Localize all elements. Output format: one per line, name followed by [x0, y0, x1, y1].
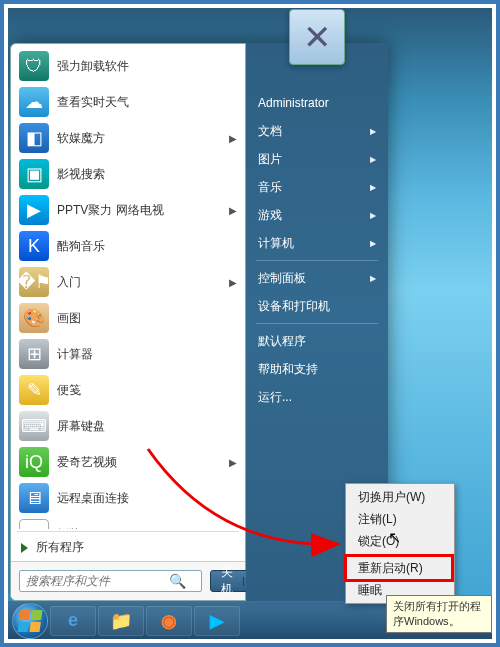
user-name-link[interactable]: Administrator	[246, 89, 388, 117]
program-item-11[interactable]: iQ 爱奇艺视频 ▶	[13, 444, 243, 480]
chevron-right-icon: ▶	[370, 211, 376, 220]
program-icon: ♠	[19, 519, 49, 529]
chevron-right-icon: ▶	[229, 205, 237, 216]
all-programs-label: 所有程序	[36, 539, 84, 556]
separator	[349, 554, 451, 555]
right-pane-item-6[interactable]: 控制面板▶	[246, 264, 388, 292]
right-item-label: 游戏	[258, 207, 282, 224]
program-item-4[interactable]: ▶ PPTV聚力 网络电视 ▶	[13, 192, 243, 228]
chevron-right-icon: ▶	[370, 127, 376, 136]
program-item-5[interactable]: K 酷狗音乐	[13, 228, 243, 264]
program-icon: 🛡	[19, 51, 49, 81]
program-icon: ▶	[19, 195, 49, 225]
separator	[17, 531, 239, 532]
right-item-label: 计算机	[258, 235, 294, 252]
program-item-7[interactable]: 🎨 画图	[13, 300, 243, 336]
chevron-right-icon: ▶	[229, 277, 237, 288]
program-item-2[interactable]: ◧ 软媒魔方 ▶	[13, 120, 243, 156]
program-icon: iQ	[19, 447, 49, 477]
program-label: 软媒魔方	[57, 130, 105, 147]
right-item-label: 设备和打印机	[258, 298, 330, 315]
program-icon: �⚑	[19, 267, 49, 297]
program-icon: ✎	[19, 375, 49, 405]
chevron-right-icon: ▶	[370, 239, 376, 248]
program-icon: ⊞	[19, 339, 49, 369]
program-icon: ◧	[19, 123, 49, 153]
program-icon: 🖥	[19, 483, 49, 513]
right-pane-item-3[interactable]: 游戏▶	[246, 201, 388, 229]
program-label: 计算器	[57, 346, 93, 363]
program-icon: K	[19, 231, 49, 261]
taskbar-item-explorer[interactable]: 📁	[98, 606, 144, 636]
power-menu-item-4[interactable]: 重新启动(R)	[348, 557, 452, 579]
program-item-8[interactable]: ⊞ 计算器	[13, 336, 243, 372]
program-item-12[interactable]: 🖥 远程桌面连接	[13, 480, 243, 516]
shutdown-label: 关机	[211, 564, 243, 598]
program-label: PPTV聚力 网络电视	[57, 202, 164, 219]
program-label: 纸牌	[57, 526, 81, 530]
start-button[interactable]	[12, 603, 48, 639]
program-label: 便笺	[57, 382, 81, 399]
separator	[256, 323, 378, 324]
right-item-label: 运行...	[258, 389, 292, 406]
taskbar-item-ie[interactable]: e	[50, 606, 96, 636]
program-item-1[interactable]: ☁ 查看实时天气	[13, 84, 243, 120]
right-pane-item-11[interactable]: 运行...	[246, 383, 388, 411]
program-label: 入门	[57, 274, 81, 291]
program-item-13[interactable]: ♠ 纸牌	[13, 516, 243, 529]
power-menu-item-0[interactable]: 切换用户(W)	[348, 486, 452, 508]
ie-icon: e	[68, 610, 78, 631]
program-item-3[interactable]: ▣ 影视搜索	[13, 156, 243, 192]
right-item-label: 音乐	[258, 179, 282, 196]
explorer-icon: 📁	[110, 610, 132, 632]
chevron-right-icon: ▶	[370, 274, 376, 283]
program-label: 影视搜索	[57, 166, 105, 183]
program-label: 酷狗音乐	[57, 238, 105, 255]
right-pane-item-2[interactable]: 音乐▶	[246, 173, 388, 201]
mouse-cursor: ↖	[388, 528, 401, 547]
start-menu-footer: 🔍 关机 ▶	[11, 561, 245, 600]
avatar-icon: ✕	[303, 17, 331, 57]
chevron-right-icon: ▶	[370, 155, 376, 164]
program-icon: 🎨	[19, 303, 49, 333]
program-item-9[interactable]: ✎ 便笺	[13, 372, 243, 408]
right-pane-item-0[interactable]: 文档▶	[246, 117, 388, 145]
right-item-label: 默认程序	[258, 333, 306, 350]
program-label: 远程桌面连接	[57, 490, 129, 507]
chevron-right-icon: ▶	[229, 457, 237, 468]
program-label: 查看实时天气	[57, 94, 129, 111]
right-item-label: 文档	[258, 123, 282, 140]
user-name-label: Administrator	[258, 96, 329, 110]
taskbar-item-pptv[interactable]: ▶	[194, 606, 240, 636]
right-pane-item-10[interactable]: 帮助和支持	[246, 355, 388, 383]
start-menu-left-pane: 🛡 强力卸载软件 ☁ 查看实时天气 ◧ 软媒魔方 ▶▣ 影视搜索 ▶ PPTV聚…	[10, 43, 246, 601]
right-item-label: 帮助和支持	[258, 361, 318, 378]
right-pane-item-1[interactable]: 图片▶	[246, 145, 388, 173]
all-programs-button[interactable]: 所有程序	[11, 534, 245, 561]
program-icon: ▣	[19, 159, 49, 189]
program-label: 屏幕键盘	[57, 418, 105, 435]
taskbar-item-mediaplayer[interactable]: ◉	[146, 606, 192, 636]
pptv-icon: ▶	[210, 610, 224, 632]
arrow-right-icon	[21, 543, 28, 553]
right-item-label: 图片	[258, 151, 282, 168]
search-icon: 🔍	[169, 573, 186, 589]
right-item-label: 控制面板	[258, 270, 306, 287]
program-item-6[interactable]: �⚑ 入门 ▶	[13, 264, 243, 300]
program-item-10[interactable]: ⌨ 屏幕键盘	[13, 408, 243, 444]
program-icon: ⌨	[19, 411, 49, 441]
program-label: 强力卸载软件	[57, 58, 129, 75]
chevron-right-icon: ▶	[229, 133, 237, 144]
program-label: 画图	[57, 310, 81, 327]
mediaplayer-icon: ◉	[161, 610, 177, 632]
chevron-right-icon: ▶	[370, 183, 376, 192]
program-item-0[interactable]: 🛡 强力卸载软件	[13, 48, 243, 84]
program-label: 爱奇艺视频	[57, 454, 117, 471]
user-avatar[interactable]: ✕	[289, 9, 345, 65]
right-pane-item-9[interactable]: 默认程序	[246, 327, 388, 355]
right-pane-item-7[interactable]: 设备和打印机	[246, 292, 388, 320]
power-menu-item-1[interactable]: 注销(L)	[348, 508, 452, 530]
program-list: 🛡 强力卸载软件 ☁ 查看实时天气 ◧ 软媒魔方 ▶▣ 影视搜索 ▶ PPTV聚…	[11, 44, 245, 529]
start-menu: 🛡 强力卸载软件 ☁ 查看实时天气 ◧ 软媒魔方 ▶▣ 影视搜索 ▶ PPTV聚…	[10, 43, 388, 601]
right-pane-item-4[interactable]: 计算机▶	[246, 229, 388, 257]
